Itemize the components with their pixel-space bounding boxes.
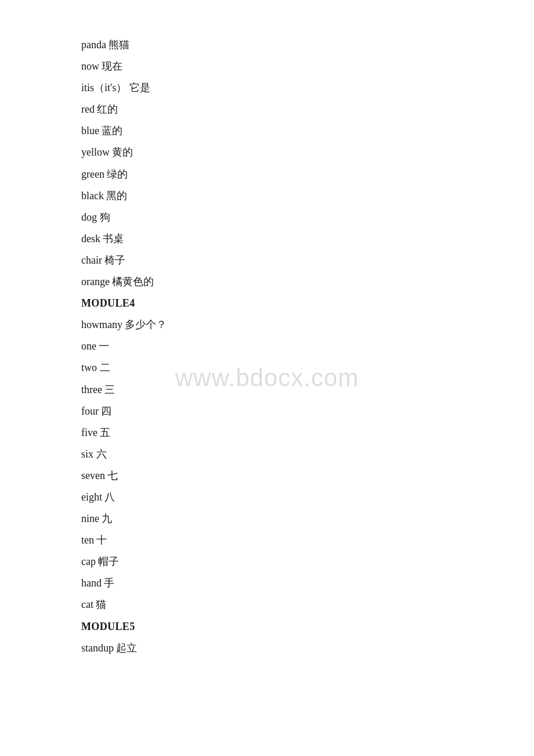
vocab-item-orange: orange 橘黄色的 (81, 272, 534, 292)
vocab-item-four: four 四 (81, 401, 534, 422)
vocab-item-dog: dog 狗 (81, 207, 534, 228)
vocab-item-panda: panda 熊猫 (81, 35, 534, 55)
vocab-item-eight: eight 八 (81, 487, 534, 507)
vocab-item-standup: standup 起立 (81, 638, 534, 658)
vocab-item-itis: itis（it's） 它是 (81, 78, 534, 98)
vocab-item-six: six 六 (81, 444, 534, 465)
vocab-item-five: five 五 (81, 423, 534, 443)
vocab-item-green: green 绿的 (81, 164, 534, 185)
vocab-item-module5: MODULE5 (81, 617, 534, 637)
vocab-item-black: black 黑的 (81, 186, 534, 206)
vocab-item-chair: chair 椅子 (81, 250, 534, 271)
vocab-item-yellow: yellow 黄的 (81, 142, 534, 163)
vocab-item-hand: hand 手 (81, 573, 534, 593)
vocab-item-cap: cap 帽子 (81, 552, 534, 572)
vocab-item-blue: blue 蓝的 (81, 121, 534, 141)
vocab-item-three: three 三 (81, 380, 534, 400)
vocab-item-cat: cat 猫 (81, 595, 534, 615)
vocab-item-now: now 现在 (81, 56, 534, 77)
vocab-item-two: two 二 (81, 358, 534, 378)
vocab-item-howmany: howmany 多少个？ (81, 315, 534, 335)
vocab-item-ten: ten 十 (81, 530, 534, 550)
content-area: panda 熊猫now 现在itis（it's） 它是red 红的blue 蓝的… (0, 0, 534, 694)
vocab-item-seven: seven 七 (81, 466, 534, 486)
vocab-item-one: one 一 (81, 336, 534, 357)
vocab-item-red: red 红的 (81, 99, 534, 120)
vocab-item-module4: MODULE4 (81, 293, 534, 314)
vocab-item-desk: desk 书桌 (81, 229, 534, 249)
vocab-item-nine: nine 九 (81, 509, 534, 529)
